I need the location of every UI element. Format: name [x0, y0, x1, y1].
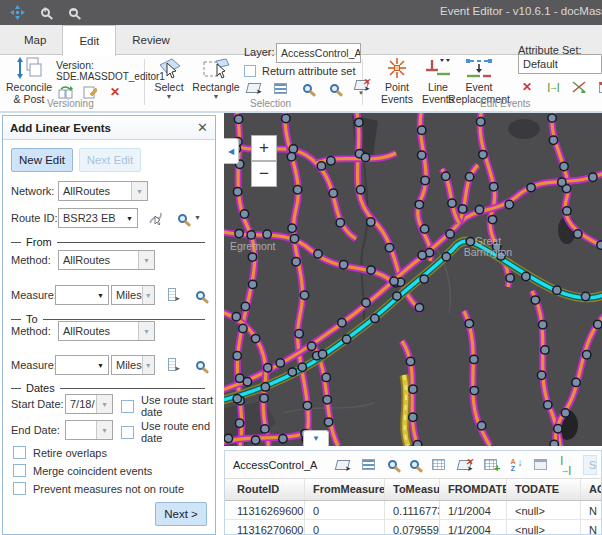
- point-event-marker[interactable]: [298, 363, 306, 371]
- start-date-combo[interactable]: 7/18/ ▼: [65, 394, 113, 414]
- point-event-marker[interactable]: [560, 162, 568, 170]
- point-event-marker[interactable]: [355, 118, 363, 126]
- select-by-polygon-icon[interactable]: [336, 457, 349, 473]
- attribute-set-select[interactable]: Default: [518, 54, 602, 74]
- point-event-marker[interactable]: [488, 215, 496, 223]
- chevron-down-icon[interactable]: ▼: [213, 93, 220, 100]
- point-event-marker[interactable]: [459, 205, 467, 213]
- point-event-marker[interactable]: [581, 292, 589, 300]
- tab-map[interactable]: Map: [8, 25, 62, 55]
- zoom-to-selection-icon[interactable]: [298, 80, 316, 96]
- point-event-marker[interactable]: [418, 126, 426, 134]
- point-event-marker[interactable]: [239, 324, 247, 332]
- chevron-down-icon[interactable]: ▼: [138, 251, 154, 269]
- point-event-marker[interactable]: [233, 395, 241, 403]
- point-event-marker[interactable]: [470, 386, 478, 394]
- point-event-marker[interactable]: [235, 229, 243, 237]
- point-event-marker[interactable]: [224, 434, 232, 442]
- zoom-in-icon[interactable]: +: [36, 5, 54, 21]
- point-event-marker[interactable]: [324, 418, 332, 426]
- point-event-marker[interactable]: [251, 436, 259, 444]
- point-event-marker[interactable]: [233, 188, 241, 196]
- point-event-marker[interactable]: [527, 183, 535, 191]
- point-event-marker[interactable]: [288, 368, 296, 376]
- point-event-marker[interactable]: [563, 207, 571, 215]
- delete-version-icon[interactable]: ✕: [106, 84, 124, 100]
- split-event-icon[interactable]: |→|: [544, 79, 562, 95]
- point-event-marker[interactable]: [574, 230, 582, 238]
- retire-overlaps-checkbox[interactable]: [13, 446, 26, 459]
- select-by-polygon-icon[interactable]: [244, 80, 262, 96]
- chevron-down-icon[interactable]: ▼: [97, 362, 108, 369]
- split-record-icon[interactable]: |→|: [560, 457, 570, 473]
- from-measure-on-map-icon[interactable]: [163, 286, 181, 302]
- point-event-marker[interactable]: [251, 334, 259, 342]
- point-event-marker[interactable]: [303, 401, 311, 409]
- route-id-combo[interactable]: BSR23 EB ▼: [58, 208, 138, 228]
- point-event-marker[interactable]: [288, 224, 296, 232]
- point-event-marker[interactable]: [318, 350, 326, 358]
- point-event-marker[interactable]: [418, 251, 426, 259]
- point-event-marker[interactable]: [572, 378, 580, 386]
- open-form-icon[interactable]: [534, 457, 547, 473]
- pan-icon[interactable]: [8, 5, 26, 21]
- map-view[interactable]: Egremont Great Barrington ◀ + − ▼: [224, 113, 602, 446]
- point-event-marker[interactable]: [240, 210, 248, 218]
- point-event-marker[interactable]: [420, 225, 428, 233]
- point-event-marker[interactable]: [446, 230, 454, 238]
- point-event-marker[interactable]: [233, 352, 241, 360]
- from-method-select[interactable]: AllRoutes ▼: [58, 250, 155, 270]
- point-event-marker[interactable]: [589, 173, 597, 181]
- collapse-panel-left-icon[interactable]: ◀: [224, 138, 239, 164]
- point-event-marker[interactable]: [300, 291, 308, 299]
- point-event-marker[interactable]: [553, 286, 561, 294]
- point-event-marker[interactable]: [367, 218, 375, 226]
- column-header[interactable]: FromMeasure: [305, 479, 385, 500]
- save-button[interactable]: S: [583, 455, 597, 475]
- select-all-records-icon[interactable]: [271, 80, 289, 96]
- point-event-marker[interactable]: [539, 321, 547, 329]
- point-event-marker[interactable]: [477, 422, 485, 430]
- reconcile-post-button[interactable]: Reconcile & Post: [6, 57, 52, 105]
- to-zoom-icon[interactable]: [191, 357, 209, 373]
- point-event-marker[interactable]: [264, 364, 272, 372]
- chevron-down-icon[interactable]: ▼: [96, 421, 112, 439]
- point-event-marker[interactable]: [413, 441, 421, 447]
- delete-event-icon[interactable]: ✕: [518, 79, 536, 95]
- zoom-to-selection-icon[interactable]: [388, 457, 397, 473]
- point-event-marker[interactable]: [558, 178, 566, 186]
- point-event-marker[interactable]: [470, 355, 478, 363]
- chevron-down-icon[interactable]: ▼: [194, 214, 201, 221]
- point-event-marker[interactable]: [442, 172, 450, 180]
- point-event-marker[interactable]: [465, 319, 473, 327]
- point-event-marker[interactable]: [550, 440, 558, 446]
- new-edit-button[interactable]: New Edit: [11, 148, 73, 172]
- point-event-marker[interactable]: [522, 272, 530, 280]
- column-header[interactable]: ToMeasure: [385, 479, 440, 500]
- point-event-marker[interactable]: [323, 396, 331, 404]
- point-event-marker[interactable]: [537, 371, 545, 379]
- pan-to-selection-icon[interactable]: [410, 457, 419, 473]
- column-header[interactable]: AC: [581, 479, 602, 500]
- point-event-marker[interactable]: [293, 186, 301, 194]
- show-attribute-table-icon[interactable]: [432, 457, 445, 473]
- point-event-marker[interactable]: [466, 237, 474, 245]
- column-header[interactable]: RouteID: [225, 479, 305, 500]
- point-event-marker[interactable]: [554, 425, 562, 433]
- point-event-marker[interactable]: [393, 292, 401, 300]
- chevron-down-icon[interactable]: ▼: [142, 286, 154, 304]
- close-icon[interactable]: ✕: [197, 120, 208, 135]
- collapse-panel-down-icon[interactable]: ▼: [303, 430, 329, 446]
- point-event-marker[interactable]: [247, 231, 255, 239]
- point-event-marker[interactable]: [260, 394, 268, 402]
- chevron-down-icon[interactable]: ▼: [142, 356, 154, 374]
- point-event-marker[interactable]: [421, 176, 429, 184]
- prevent-measures-checkbox[interactable]: [13, 482, 26, 495]
- point-event-marker[interactable]: [361, 153, 369, 161]
- point-events-button[interactable]: Point Events: [378, 57, 416, 105]
- column-header[interactable]: FROMDATE: [440, 479, 507, 500]
- network-select[interactable]: AllRoutes ▼: [58, 181, 148, 201]
- point-event-marker[interactable]: [490, 183, 498, 191]
- select-route-on-map-icon[interactable]: [146, 209, 164, 225]
- point-event-marker[interactable]: [477, 118, 485, 126]
